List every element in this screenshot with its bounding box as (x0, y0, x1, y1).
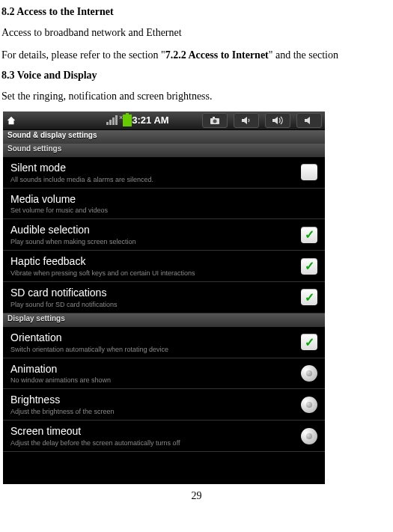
item-subtitle: Switch orientation automatically when ro… (10, 346, 301, 353)
animation-item[interactable]: Animation No window animations are shown (3, 358, 325, 390)
item-subtitle: No window animations are shown (10, 376, 301, 384)
android-screenshot: × 3:21 AM Sound & display settings Sound… (3, 111, 325, 484)
volume-down-icon (241, 116, 252, 125)
volume-down-button[interactable] (234, 113, 259, 128)
section-8-2-text: Access to broadband network and Ethernet (1, 25, 392, 40)
details-prefix: For details, please refer to the section… (1, 49, 165, 61)
section-8-3-text: Set the ringing, notification and screen… (1, 89, 392, 104)
settings-list: Silent mode All sounds include media & a… (3, 157, 325, 314)
clock: 3:21 AM (132, 114, 168, 126)
media-volume-item[interactable]: Media volume Set volume for music and vi… (3, 189, 325, 220)
item-title: SD card notifications (10, 287, 301, 299)
silent-mode-checkbox[interactable] (301, 164, 317, 180)
details-suffix: " and the section (269, 49, 338, 61)
item-title: Silent mode (10, 162, 301, 174)
screen-timeout-indicator-icon (301, 428, 317, 444)
section-8-3-heading: 8.3 Voice and Display (1, 70, 392, 82)
display-settings-header: Display settings (3, 314, 325, 327)
item-subtitle: Play sound when making screen selection (10, 238, 301, 245)
sd-card-notifications-checkbox[interactable] (301, 289, 317, 305)
haptic-feedback-checkbox[interactable] (301, 258, 317, 275)
sound-settings-header: Sound settings (3, 144, 325, 157)
brightness-item[interactable]: Brightness Adjust the brightness of the … (3, 389, 325, 421)
breadcrumb: Sound & display settings (3, 130, 325, 144)
sd-card-notifications-item[interactable]: SD card notifications Play sound for SD … (3, 282, 325, 314)
audible-selection-item[interactable]: Audible selection Play sound when making… (3, 219, 325, 251)
audible-selection-checkbox[interactable] (301, 227, 317, 243)
svg-point-1 (213, 119, 217, 123)
volume-up-icon (272, 116, 284, 125)
section-8-2-heading: 8.2 Access to the Internet (1, 6, 392, 18)
silent-mode-item[interactable]: Silent mode All sounds include media & a… (3, 157, 325, 189)
item-subtitle: All sounds include media & alarms are si… (10, 176, 301, 183)
item-subtitle: Adjust the brightness of the screen (10, 408, 301, 415)
battery-icon (123, 114, 132, 126)
item-title: Brightness (10, 394, 301, 406)
screen-timeout-item[interactable]: Screen timeout Adjust the delay before t… (3, 421, 325, 452)
item-title: Haptic feedback (10, 255, 301, 268)
haptic-feedback-item[interactable]: Haptic feedback Vibrate when pressing so… (3, 251, 325, 282)
item-title: Screen timeout (10, 425, 301, 438)
item-subtitle: Play sound for SD card notifications (10, 301, 301, 308)
status-bar: × 3:21 AM (3, 111, 325, 130)
item-title: Animation (10, 363, 301, 376)
item-subtitle: Adjust the delay before the screen autom… (10, 439, 301, 447)
item-subtitle: Set volume for music and videos (10, 207, 317, 214)
svg-rect-2 (213, 117, 215, 118)
camera-button[interactable] (202, 113, 228, 128)
brightness-indicator-icon (301, 397, 317, 413)
page-number: 29 (1, 490, 392, 502)
item-title: Audible selection (10, 224, 301, 236)
item-title: Media volume (10, 193, 317, 206)
details-text: For details, please refer to the section… (1, 48, 392, 63)
camera-icon (210, 117, 220, 124)
item-subtitle: Vibrate when pressing soft keys and on c… (10, 269, 301, 277)
item-title: Orientation (10, 331, 301, 344)
volume-up-button[interactable] (265, 113, 290, 128)
home-icon (6, 115, 16, 126)
signal-icon (106, 115, 118, 125)
details-bold-ref: 7.2.2 Access to Internet (165, 49, 269, 61)
animation-indicator-icon (301, 365, 317, 382)
orientation-checkbox[interactable] (301, 334, 317, 350)
orientation-item[interactable]: Orientation Switch orientation automatic… (3, 327, 325, 358)
display-settings-list: Orientation Switch orientation automatic… (3, 327, 325, 452)
mute-icon (304, 116, 314, 125)
mute-button[interactable] (296, 113, 322, 128)
